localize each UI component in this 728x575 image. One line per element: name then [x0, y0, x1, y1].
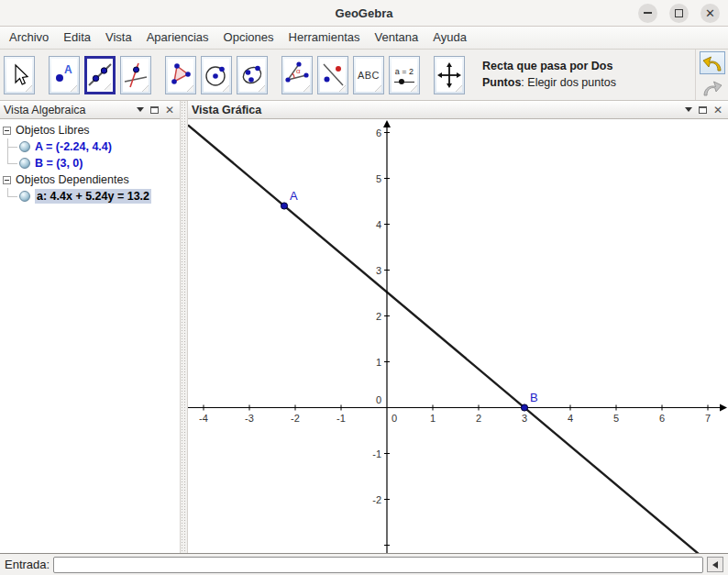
slider-tool-label: a = 2 — [395, 67, 414, 76]
menu-item-ventana[interactable]: Ventana — [368, 27, 426, 49]
tool-dropdown-arrow[interactable] — [375, 85, 381, 92]
circle-center-point-tool[interactable] — [201, 56, 232, 94]
svg-text:5: 5 — [376, 173, 381, 184]
svg-text:5: 5 — [613, 413, 619, 424]
move-graphics-view-tool[interactable] — [434, 56, 465, 94]
tool-dropdown-arrow[interactable] — [411, 85, 417, 92]
menu-bar: ArchivoEditaVistaAparienciasOpcionesHerr… — [0, 27, 728, 50]
collapse-icon[interactable] — [3, 127, 11, 135]
toolbar: A — [0, 50, 728, 101]
tool-dropdown-arrow[interactable] — [223, 85, 229, 92]
text-tool[interactable]: ABC — [353, 56, 384, 94]
panel-menu-icon[interactable] — [685, 107, 692, 112]
polygon-tool[interactable] — [165, 56, 196, 94]
graphics-view-title: Vista Gráfica — [192, 104, 261, 116]
menu-item-archivo[interactable]: Archivo — [2, 27, 56, 49]
menu-item-herramientas[interactable]: Herramientas — [281, 27, 368, 49]
panel-splitter[interactable] — [180, 101, 188, 553]
graphics-view-header: Vista Gráfica ✕ — [188, 101, 728, 119]
svg-text:-3: -3 — [245, 413, 254, 424]
menu-item-ayuda[interactable]: Ayuda — [425, 27, 474, 49]
tool-dropdown-arrow[interactable] — [26, 85, 32, 92]
menu-item-apariencias[interactable]: Apariencias — [139, 27, 216, 49]
svg-text:1: 1 — [430, 413, 436, 424]
tool-dropdown-arrow[interactable] — [187, 85, 193, 92]
command-input[interactable] — [53, 557, 703, 573]
svg-text:4: 4 — [568, 413, 573, 424]
toolgroup-shapes — [165, 56, 268, 94]
window-title: GeoGebra — [0, 6, 728, 20]
menu-item-edita[interactable]: Edita — [56, 27, 98, 49]
tree-item[interactable]: a: 4.4x + 5.24y = 13.2 — [3, 188, 180, 205]
panel-undock-icon[interactable] — [699, 106, 707, 114]
tool-dropdown-arrow[interactable] — [303, 85, 310, 92]
undo-button[interactable] — [700, 51, 725, 74]
tool-dropdown-arrow[interactable] — [456, 85, 462, 92]
tool-dropdown-arrow[interactable] — [142, 85, 149, 92]
undo-icon — [701, 54, 723, 72]
coordinate-plot[interactable]: -4-3-2-101234567-2-10123456AB — [188, 119, 728, 553]
tool-help-line2-bold: Puntos — [482, 76, 521, 89]
input-history-button[interactable] — [707, 557, 723, 572]
close-button[interactable]: ✕ — [700, 4, 720, 23]
menu-item-vista[interactable]: Vista — [98, 27, 139, 49]
object-visibility-icon[interactable] — [19, 141, 30, 152]
tree-group[interactable]: Objetos Dependientes — [3, 171, 180, 188]
panel-menu-icon[interactable] — [137, 107, 144, 112]
menu-item-opciones[interactable]: Opciones — [216, 27, 281, 49]
toolgroup-move — [4, 56, 35, 94]
svg-text:4: 4 — [376, 219, 381, 230]
object-definition: a: 4.4x + 5.24y = 13.2 — [35, 189, 151, 204]
redo-icon — [701, 79, 723, 97]
svg-text:6: 6 — [659, 413, 665, 424]
object-definition: A = (-2.24, 4.4) — [35, 140, 112, 153]
graphics-canvas[interactable]: -4-3-2-101234567-2-10123456AB — [188, 119, 728, 553]
slider-tool[interactable]: a = 2 — [389, 56, 420, 94]
algebra-view-title: Vista Algebraica — [4, 104, 85, 116]
toolgroup-view — [434, 56, 465, 94]
svg-text:0: 0 — [392, 413, 397, 424]
tree-item[interactable]: B = (3, 0) — [3, 155, 180, 171]
tool-dropdown-arrow[interactable] — [71, 85, 77, 92]
tool-dropdown-arrow[interactable] — [339, 85, 346, 92]
undo-redo-panel — [695, 50, 728, 100]
svg-text:-2: -2 — [291, 413, 300, 424]
tool-help-line1: Recta que pasa por Dos — [482, 60, 612, 72]
object-definition: B = (3, 0) — [35, 157, 83, 170]
text-tool-label: ABC — [358, 70, 380, 81]
tool-dropdown-arrow[interactable] — [105, 83, 111, 90]
special-line-tool[interactable] — [120, 56, 151, 94]
algebra-view-header: Vista Algebraica ✕ — [0, 101, 180, 119]
graphics-view-panel: Vista Gráfica ✕ -4-3-2-101234567-2-10123… — [188, 101, 728, 553]
panel-close-icon[interactable]: ✕ — [713, 105, 722, 116]
point-tool[interactable]: A — [49, 56, 80, 94]
angle-tool[interactable]: α — [281, 56, 313, 94]
panel-undock-icon[interactable] — [150, 106, 159, 114]
collapse-icon[interactable] — [3, 176, 11, 184]
input-label: Entrada: — [5, 558, 50, 571]
line-two-points-tool[interactable] — [84, 56, 116, 94]
svg-text:-4: -4 — [199, 413, 208, 424]
maximize-icon — [675, 9, 683, 17]
tree-group[interactable]: Objetos Libres — [3, 122, 180, 138]
svg-text:3: 3 — [522, 413, 527, 424]
tree-item[interactable]: A = (-2.24, 4.4) — [3, 138, 180, 155]
minimize-button[interactable] — [638, 4, 657, 23]
ellipse-tool[interactable] — [237, 56, 268, 94]
minimize-icon — [644, 12, 652, 14]
algebra-tree: Objetos LibresA = (-2.24, 4.4)B = (3, 0)… — [0, 119, 180, 205]
panel-close-icon[interactable]: ✕ — [165, 105, 174, 116]
maximize-button[interactable] — [669, 4, 689, 23]
svg-text:2: 2 — [376, 311, 381, 322]
tool-help-text: Recta que pasa por Dos Puntos: Elegir do… — [482, 59, 616, 91]
tool-dropdown-arrow[interactable] — [259, 85, 265, 92]
object-visibility-icon[interactable] — [19, 158, 30, 169]
redo-button[interactable] — [700, 76, 725, 99]
svg-text:B: B — [530, 391, 538, 404]
tool-help-line2-rest: : Elegir dos puntos — [521, 76, 616, 89]
reflect-tool[interactable] — [317, 56, 348, 94]
svg-text:A: A — [64, 63, 72, 76]
svg-text:α: α — [296, 67, 301, 75]
move-cursor-tool[interactable] — [4, 56, 35, 94]
object-visibility-icon[interactable] — [19, 191, 30, 202]
